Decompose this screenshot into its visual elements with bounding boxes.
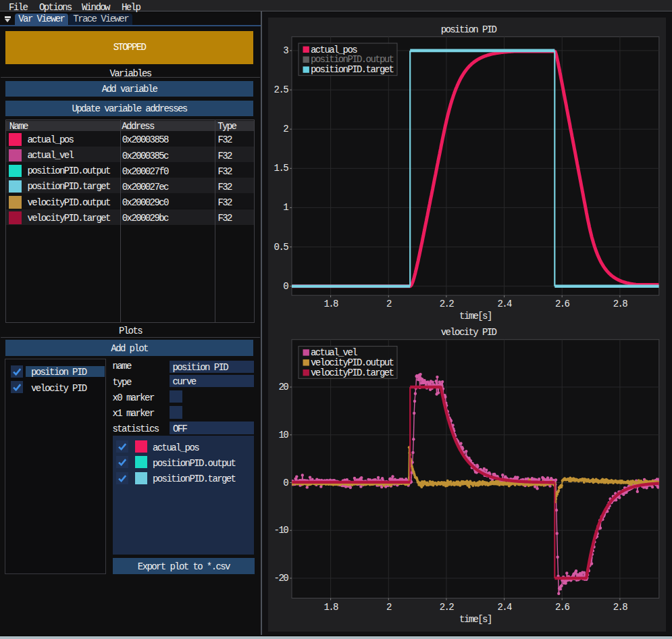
svg-text:20: 20 bbox=[278, 382, 288, 392]
svg-text:positionPID.target: positionPID.target bbox=[311, 64, 394, 75]
svg-text:2.6: 2.6 bbox=[554, 299, 569, 309]
svg-text:2: 2 bbox=[283, 124, 288, 134]
svg-text:2: 2 bbox=[386, 299, 391, 309]
svg-text:velocityPID.target: velocityPID.target bbox=[311, 367, 394, 378]
svg-text:2.2: 2.2 bbox=[439, 602, 454, 613]
svg-text:2.2: 2.2 bbox=[439, 299, 454, 309]
svg-text:1.8: 1.8 bbox=[324, 602, 338, 613]
svg-text:1.5: 1.5 bbox=[274, 163, 288, 174]
svg-text:3: 3 bbox=[283, 45, 288, 56]
svg-text:1.8: 1.8 bbox=[324, 299, 338, 309]
svg-text:2.8: 2.8 bbox=[613, 299, 627, 309]
svg-text:position PID: position PID bbox=[440, 24, 496, 35]
svg-text:positionPID.output: positionPID.output bbox=[311, 54, 394, 65]
svg-text:2: 2 bbox=[386, 602, 391, 613]
svg-text:-20: -20 bbox=[274, 573, 288, 584]
svg-text:velocity PID: velocity PID bbox=[440, 327, 496, 338]
svg-text:2.6: 2.6 bbox=[554, 602, 569, 613]
svg-text:2.4: 2.4 bbox=[497, 602, 512, 613]
svg-text:velocityPID.output: velocityPID.output bbox=[311, 357, 394, 368]
svg-text:actual_pos: actual_pos bbox=[311, 45, 357, 55]
svg-text:actual_vel: actual_vel bbox=[311, 347, 357, 358]
svg-text:1: 1 bbox=[283, 202, 288, 213]
svg-text:time[s]: time[s] bbox=[459, 311, 492, 322]
svg-text:-10: -10 bbox=[274, 525, 288, 536]
svg-text:2.8: 2.8 bbox=[613, 602, 627, 613]
svg-text:time[s]: time[s] bbox=[459, 614, 492, 625]
svg-text:0.5: 0.5 bbox=[274, 242, 288, 253]
svg-text:10: 10 bbox=[278, 430, 288, 440]
svg-text:0: 0 bbox=[283, 478, 288, 488]
svg-text:2.4: 2.4 bbox=[497, 299, 512, 309]
svg-text:0: 0 bbox=[283, 281, 288, 292]
svg-text:2.5: 2.5 bbox=[274, 84, 288, 95]
